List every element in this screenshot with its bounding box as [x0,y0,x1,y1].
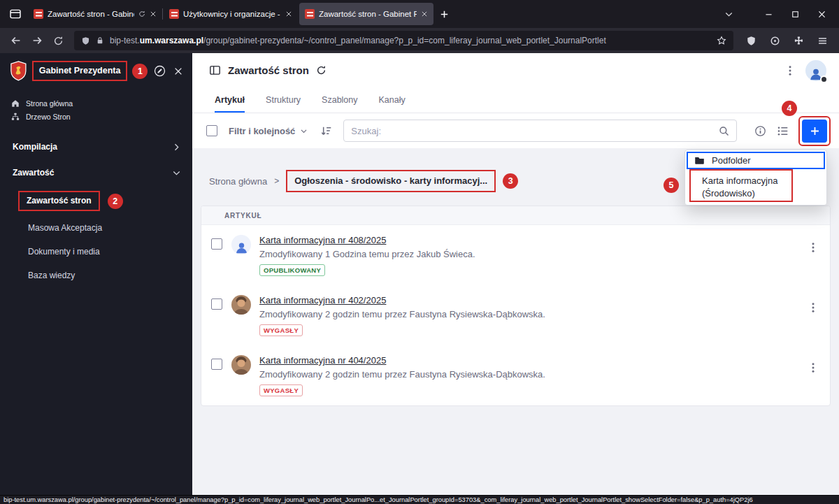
address-bar[interactable]: bip-test.um.warszawa.pl/group/gabinet-pr… [74,31,733,50]
sidebar-item-baza-wiedzy[interactable]: Baza wiedzy [0,264,192,287]
portlet-tabs: Artykuł Struktury Szablony Kanały [192,87,839,113]
back-button[interactable] [6,31,27,50]
row-checkbox[interactable] [211,359,222,370]
window-controls [717,2,835,26]
row-body: Karta informacyjna nr 408/2025 Zmodyfiko… [259,235,475,276]
browser-tab-3-active[interactable]: Zawartość stron - Gabinet Przy [299,3,433,25]
menu-hamburger-icon[interactable] [813,31,832,50]
article-title-link[interactable]: Karta informacyjna nr 402/2025 [259,295,545,305]
page-title: Zawartość stron [228,64,309,76]
artykul-column-header: ARTYKUŁ [201,206,830,225]
reload-portlet-icon[interactable] [316,65,327,75]
row-body: Karta informacyjna nr 404/2025 Zmodyfiko… [259,355,545,396]
tab-szablony[interactable]: Szablony [322,87,357,113]
sort-order-icon[interactable] [320,125,332,137]
browser-tab-2[interactable]: Użytkownicy i organizacje - BIP [164,3,298,25]
product-menu-sidebar: Gabinet Prezydenta 1 Strona główna Drzew… [0,53,192,495]
main-content: Zawartość stron Artykuł Struktury Szablo… [192,53,839,495]
row-actions-kebab[interactable] [808,242,819,253]
maximize-button[interactable] [782,2,808,26]
annotation-5: 5 [664,178,679,193]
adblock-shield-icon[interactable] [742,31,761,50]
sidebar-section-zawartosc[interactable]: Zawartość [0,168,192,178]
article-title-link[interactable]: Karta informacyjna nr 404/2025 [259,355,545,366]
tab-struktury[interactable]: Struktury [266,87,301,113]
sidebar-top-nav: Strona główna Drzewo Stron [0,96,192,123]
article-title-link[interactable]: Karta informacyjna nr 408/2025 [259,235,475,245]
row-checkbox[interactable] [211,238,222,250]
chevron-down-icon [300,127,308,135]
search-icon[interactable] [719,126,729,136]
warsaw-logo [10,61,27,81]
folder-icon [694,155,705,166]
breadcrumb-current[interactable]: Ogłoszenia - środowisko - karty informac… [286,170,496,192]
annotation-2: 2 [108,194,123,209]
browser-tab-1[interactable]: Zawartość stron - Gabinet Prezy [28,3,162,25]
annotation-1: 1 [132,64,148,79]
status-badge: WYGASŁY [259,324,303,336]
tab-close-icon[interactable] [285,10,292,17]
row-actions-kebab[interactable] [808,302,819,313]
bookmark-star-icon[interactable] [717,36,726,45]
status-bar: bip-test.um.warszawa.pl/group/gabinet-pr… [0,495,839,504]
sidebar-item-zawartosc-stron[interactable]: Zawartość stron [18,191,100,211]
articles-card: ARTYKUŁ Karta informacyjna nr 408/2025 Z… [201,206,831,406]
lock-icon[interactable] [96,36,104,45]
tab-kanaly[interactable]: Kanały [379,87,406,113]
row-body: Karta informacyjna nr 402/2025 Zmodyfiko… [259,295,545,336]
header-kebab-icon[interactable] [782,62,798,79]
zawartosc-subnav: Zawartość stron 2 Masowa Akceptacja Doku… [0,191,192,287]
user-avatar[interactable] [805,60,826,81]
menu-item-podfolder[interactable]: Podfolder [687,152,825,169]
bip-favicon [305,9,315,19]
row-actions-kebab[interactable] [808,362,819,373]
breadcrumb-root[interactable]: Strona główna [209,176,267,187]
tracking-shield-icon[interactable] [81,36,90,45]
firefox-view-icon[interactable] [4,3,27,24]
sidebar-item-masowa-akceptacja[interactable]: Masowa Akceptacja [0,216,192,240]
new-tab-button[interactable] [433,3,454,24]
sidebar-section-kompilacja[interactable]: Kompilacja [0,142,192,152]
reload-button[interactable] [48,31,69,50]
tab-title: Zawartość stron - Gabinet Prezy [48,10,134,18]
info-icon[interactable] [751,122,769,140]
chevron-right-icon [172,143,181,152]
tab-artykul[interactable]: Artykuł [215,87,245,113]
site-name[interactable]: Gabinet Prezydenta [32,61,128,81]
edit-site-icon[interactable] [152,64,166,78]
extension-circle-icon[interactable] [766,31,784,50]
select-all-checkbox[interactable] [206,125,217,136]
avatar-badge-icon [820,75,828,83]
forward-button[interactable] [27,31,48,50]
search-box [343,120,737,142]
bip-favicon [34,9,43,19]
person-icon [235,241,248,254]
minimize-button[interactable] [755,2,782,26]
sidebar-item-drzewo-stron[interactable]: Drzewo Stron [0,110,192,123]
close-menu-icon[interactable] [171,64,185,78]
web-content-icon [209,64,221,76]
list-all-tabs-icon[interactable] [717,3,740,24]
filter-order-button[interactable]: Filtr i kolejność [229,126,308,136]
sidebar-item-strona-glowna[interactable]: Strona główna [0,96,192,110]
table-row: Karta informacyjna nr 402/2025 Zmodyfiko… [201,285,830,345]
display-style-icon[interactable] [773,122,791,140]
page-tree-icon [11,113,20,121]
search-input[interactable] [351,126,719,136]
tab-strip: Zawartość stron - Gabinet Prezy Użytkown… [0,0,839,28]
tab-close-icon[interactable] [150,10,157,17]
add-button[interactable] [802,120,827,143]
close-window-button[interactable] [808,2,835,26]
status-badge: OPUBLIKOWANY [259,264,325,276]
annotation-3: 3 [503,173,518,189]
status-url: bip-test.um.warszawa.pl/group/gabinet-pr… [3,496,753,503]
menu-item-karta-informacyjna[interactable]: Karta informacyjna (Środowisko) [685,171,826,199]
extensions-puzzle-icon[interactable] [789,31,808,50]
row-checkbox[interactable] [211,298,222,310]
navigation-bar: bip-test.um.warszawa.pl/group/gabinet-pr… [0,28,839,53]
tab-title: Użytkownicy i organizacje - BIP [183,10,281,18]
tab-loading-icon [138,10,145,17]
tab-close-icon[interactable] [421,10,428,17]
sidebar-item-dokumenty-i-media[interactable]: Dokumenty i media [0,240,192,264]
management-toolbar: Filtr i kolejność [192,113,839,148]
